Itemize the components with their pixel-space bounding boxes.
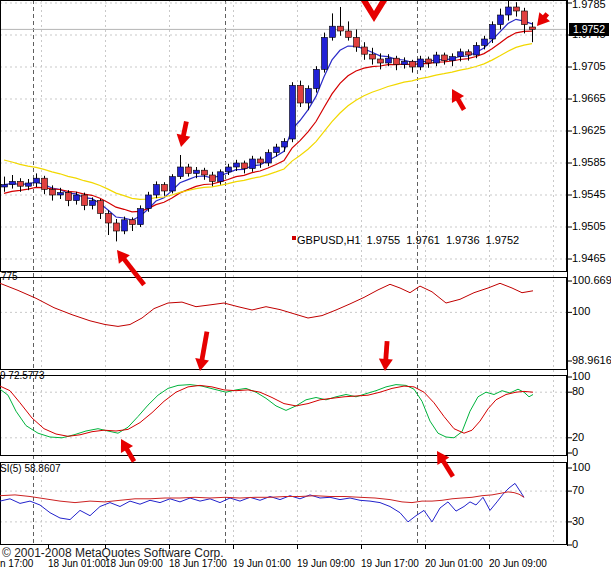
- candle-body: [290, 85, 296, 139]
- candle-body: [410, 61, 416, 67]
- candle-body: [498, 15, 504, 25]
- candle-body: [218, 172, 224, 182]
- candle-body: [458, 52, 464, 57]
- current-price-tag: 1.9752: [569, 23, 609, 36]
- panel-border: [1, 376, 567, 456]
- candle-body: [34, 178, 40, 183]
- candle-body: [26, 183, 32, 186]
- axis-label: 30: [572, 516, 584, 527]
- candle-body: [154, 185, 160, 195]
- candle-body: [74, 195, 80, 201]
- candle-body: [250, 159, 256, 169]
- candle-body: [362, 47, 368, 54]
- axis-label: 1.9505: [572, 221, 606, 232]
- candle-body: [394, 58, 400, 64]
- candle-body: [378, 59, 384, 63]
- rsi-signal-line: [0, 492, 524, 503]
- open-value: 1.9755: [367, 234, 401, 246]
- candle-body: [234, 163, 240, 167]
- axis-label: 0: [572, 539, 578, 550]
- panel-border: [1, 278, 567, 370]
- candle-body: [282, 141, 288, 147]
- arrow-icon[interactable]: [174, 120, 193, 148]
- time-axis-label: 19 Jun 01:00: [233, 559, 291, 569]
- candle-body: [178, 167, 184, 177]
- axis-label: 0: [572, 447, 578, 458]
- stochastic-signal-line: [0, 385, 533, 436]
- candle-body: [530, 27, 536, 29]
- candle-body: [10, 181, 16, 184]
- candle-body: [258, 159, 264, 163]
- candle-body: [442, 55, 448, 61]
- candle-body: [450, 57, 456, 61]
- candle-body: [346, 31, 352, 37]
- candle-body: [82, 195, 88, 205]
- axis-label: 100: [572, 371, 590, 382]
- time-axis-label: 19 Jun 09:00: [297, 559, 355, 569]
- candle-body: [386, 58, 392, 63]
- candle-body: [514, 7, 520, 11]
- candle-body: [42, 178, 48, 189]
- time-axis-label: 20 Jun 01:00: [425, 559, 483, 569]
- candle-body: [122, 220, 128, 231]
- rsi-panel-label: SI(5) 58.8607: [0, 464, 61, 474]
- axis-label: 1.9585: [572, 157, 606, 168]
- axis-label: 1.9545: [572, 189, 606, 200]
- candle-body: [338, 26, 344, 31]
- arrow-icon[interactable]: [431, 447, 459, 480]
- candle-body: [50, 189, 56, 195]
- candle-body: [98, 201, 104, 214]
- stochastic-panel-label: 9 72.5773: [0, 371, 45, 381]
- candle-body: [418, 59, 424, 67]
- candle-body: [354, 37, 360, 47]
- candle-body: [186, 167, 192, 173]
- axis-label: 1.9625: [572, 125, 606, 136]
- axis-label: 100: [572, 306, 590, 317]
- candle-body: [402, 61, 408, 64]
- low-value: 1.9736: [446, 234, 480, 246]
- candle-body: [170, 177, 176, 191]
- mt4-chart-window: 775 9 72.5773 SI(5) 58.8607 GBPUSD,H11.9…: [0, 0, 611, 578]
- arrow-icon[interactable]: [115, 436, 140, 466]
- high-value: 1.9761: [406, 234, 440, 246]
- chart-canvas[interactable]: [0, 0, 611, 578]
- momentum-panel-label: 775: [1, 272, 18, 282]
- arrow-icon[interactable]: [378, 341, 394, 372]
- axis-label: 1.9465: [572, 253, 606, 264]
- copyright-text: © 2001-2008 MetaQuotes Software Corp.: [2, 546, 224, 560]
- candle-body: [506, 7, 512, 15]
- candle-body: [434, 55, 440, 63]
- candle-body: [474, 45, 480, 55]
- candle-body: [66, 193, 72, 201]
- close-value: 1.9752: [486, 234, 520, 246]
- candle-body: [466, 52, 472, 55]
- candle-body: [242, 163, 248, 169]
- ma-slow-yellow: [4, 44, 532, 200]
- candle-body: [298, 85, 304, 103]
- candle-body: [194, 170, 200, 173]
- momentum-line: [0, 283, 533, 326]
- candle-body: [202, 170, 208, 175]
- candle-body: [138, 209, 144, 225]
- candle-body: [114, 223, 120, 231]
- down-chevron-arrow-icon[interactable]: [361, 1, 387, 22]
- object-marker-icon: [292, 236, 296, 240]
- symbol-period-label: GBPUSD,H1: [297, 234, 361, 246]
- candle-body: [330, 26, 336, 37]
- candle-body: [490, 25, 496, 39]
- axis-label: 1.9665: [572, 93, 606, 104]
- time-axis-label: 18 Jun 17:00: [169, 559, 227, 569]
- axis-label: 98.9616: [572, 355, 611, 366]
- panel-border: [1, 463, 567, 545]
- candle-body: [2, 185, 8, 187]
- arrow-icon[interactable]: [193, 330, 214, 372]
- candle-body: [370, 54, 376, 59]
- candle-body: [226, 167, 232, 172]
- time-axis-label: 20 Jun 09:00: [489, 559, 547, 569]
- arrow-icon[interactable]: [111, 246, 149, 289]
- candle-body: [426, 59, 432, 63]
- axis-label: 100: [572, 462, 590, 473]
- axis-label: 20: [572, 432, 584, 443]
- ohlc-info-line: GBPUSD,H11.97551.97611.97361.9752: [297, 234, 519, 246]
- axis-label: 1.9785: [572, 0, 606, 10]
